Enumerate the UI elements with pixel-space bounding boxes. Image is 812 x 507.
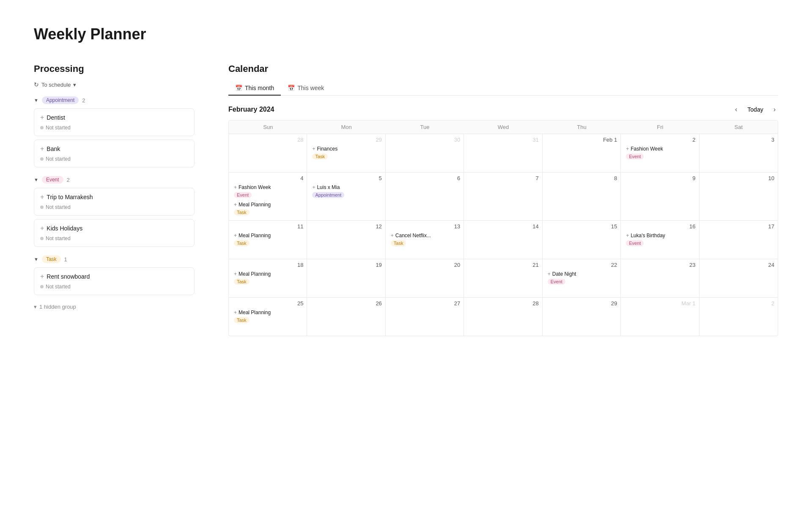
date-number: 19 <box>310 262 382 268</box>
calendar-cell[interactable]: 28 <box>464 298 542 336</box>
next-month-button[interactable]: › <box>771 104 778 115</box>
calendar-cell[interactable]: 2 + Fashion Week Event <box>621 134 699 172</box>
calendar-cell[interactable]: 9 <box>621 173 699 220</box>
chevron-down-icon-small: ▾ <box>34 304 37 310</box>
calendar-cell[interactable]: 25 + Meal Planning Task <box>229 298 307 336</box>
calendar-event[interactable]: + Meal Planning Task <box>231 200 304 217</box>
calendar-event[interactable]: + Finances Task <box>310 145 382 161</box>
calendar-cell[interactable]: Feb 1 <box>543 134 621 172</box>
calendar-event[interactable]: + Date Night Event <box>545 270 618 286</box>
calendar-cell[interactable]: 12 <box>307 221 385 259</box>
card-item-title: Dentist <box>47 114 65 121</box>
calendar-cell[interactable]: 23 <box>621 259 699 297</box>
group-header-task[interactable]: ▼ Task 1 <box>34 255 195 263</box>
status-badge: Not started <box>40 236 71 241</box>
date-number: 2 <box>623 137 696 143</box>
tab-this-month[interactable]: 📅 This month <box>228 81 281 96</box>
list-item[interactable]: + Dentist Not started <box>34 108 195 136</box>
calendar-cell[interactable]: 31 <box>464 134 542 172</box>
event-name: Meal Planning <box>239 233 271 238</box>
group-header-appointment[interactable]: ▼ Appointment 2 <box>34 96 195 104</box>
calendar-week: 25 + Meal Planning Task 26272829Mar 12 <box>229 298 778 336</box>
calendar-cell[interactable]: 7 <box>464 173 542 220</box>
today-button[interactable]: Today <box>743 104 767 115</box>
calendar-cell[interactable]: 17 <box>700 221 778 259</box>
date-number: 27 <box>388 300 461 307</box>
calendar-cell[interactable]: 29 <box>543 298 621 336</box>
add-icon: + <box>234 202 237 208</box>
calendar-cell[interactable]: 20 <box>386 259 464 297</box>
date-number: Mar 1 <box>623 300 696 307</box>
group-header-event[interactable]: ▼ Event 2 <box>34 176 195 184</box>
calendar-cell[interactable]: 2 <box>700 298 778 336</box>
calendar-cell[interactable]: Mar 1 <box>621 298 699 336</box>
calendar-cell[interactable]: 11 + Meal Planning Task <box>229 221 307 259</box>
calendar-event[interactable]: + Fashion Week Event <box>231 183 304 199</box>
page-container: Weekly Planner Processing ↻ To schedule … <box>0 0 812 362</box>
calendar-week-icon: 📅 <box>288 85 295 91</box>
calendar-weeks: 2829 + Finances Task 3031Feb 12 + Fashio… <box>229 134 778 336</box>
calendar-event[interactable]: + Cancel Netflix... Task <box>388 231 461 247</box>
calendar-cell[interactable]: 19 <box>307 259 385 297</box>
group-badge-appointment: Appointment <box>42 96 79 104</box>
calendar-day-label: Mon <box>307 121 385 134</box>
calendar-cell[interactable]: 14 <box>464 221 542 259</box>
calendar-cell[interactable]: 3 <box>700 134 778 172</box>
add-icon: + <box>40 114 44 121</box>
calendar-cell[interactable]: 24 <box>700 259 778 297</box>
add-icon: + <box>234 310 237 315</box>
date-number: 18 <box>231 262 304 268</box>
processing-panel: Processing ↻ To schedule ▾ ▼ Appointment… <box>34 63 195 310</box>
calendar-event[interactable]: + Luis x Mia Appointment <box>310 183 382 199</box>
card-item-title: Trip to Marrakesh <box>47 194 93 200</box>
calendar-cell[interactable]: 16 + Luka's Birthday Event <box>621 221 699 259</box>
event-name: Luka's Birthday <box>631 233 665 238</box>
calendar-cell[interactable]: 21 <box>464 259 542 297</box>
calendar-cell[interactable]: 13 + Cancel Netflix... Task <box>386 221 464 259</box>
hidden-group[interactable]: ▾ 1 hidden group <box>34 304 195 310</box>
status-dot <box>40 237 44 240</box>
status-badge: Not started <box>40 204 71 210</box>
calendar-event[interactable]: + Meal Planning Task <box>231 231 304 247</box>
list-item[interactable]: + Rent snowboard Not started <box>34 267 195 295</box>
calendar-cell[interactable]: 10 <box>700 173 778 220</box>
calendar-cell[interactable]: 26 <box>307 298 385 336</box>
calendar-cell[interactable]: 30 <box>386 134 464 172</box>
prev-month-button[interactable]: ‹ <box>732 104 740 115</box>
list-item[interactable]: + Kids Holidays Not started <box>34 219 195 247</box>
calendar-cell[interactable]: 8 <box>543 173 621 220</box>
calendar-cell[interactable]: 15 <box>543 221 621 259</box>
date-number: 25 <box>231 300 304 307</box>
date-number: 11 <box>231 223 304 230</box>
add-icon: + <box>40 225 44 232</box>
status-dot <box>40 285 44 288</box>
tab-this-week[interactable]: 📅 This week <box>281 81 331 96</box>
calendar-cell[interactable]: 18 + Meal Planning Task <box>229 259 307 297</box>
event-tag: Event <box>234 192 252 198</box>
calendar-week: 2829 + Finances Task 3031Feb 12 + Fashio… <box>229 134 778 173</box>
calendar-cell[interactable]: 6 <box>386 173 464 220</box>
calendar-event[interactable]: + Meal Planning Task <box>231 270 304 286</box>
calendar-day-label: Fri <box>621 121 699 134</box>
status-dot <box>40 126 44 129</box>
list-item[interactable]: + Bank Not started <box>34 140 195 167</box>
to-schedule-bar[interactable]: ↻ To schedule ▾ <box>34 81 195 88</box>
card-title: + Dentist <box>40 114 188 121</box>
list-item[interactable]: + Trip to Marrakesh Not started <box>34 188 195 216</box>
date-number: 28 <box>466 300 539 307</box>
calendar-event[interactable]: + Luka's Birthday Event <box>623 231 696 247</box>
calendar-cell[interactable]: 27 <box>386 298 464 336</box>
calendar-cell[interactable]: 4 + Fashion Week Event + Meal Planning T… <box>229 173 307 220</box>
calendar-event[interactable]: + Meal Planning Task <box>231 308 304 324</box>
calendar-cell[interactable]: 28 <box>229 134 307 172</box>
calendar-cell[interactable]: 22 + Date Night Event <box>543 259 621 297</box>
add-icon: + <box>548 271 551 277</box>
calendar-grid: SunMonTueWedThuFriSat 2829 + Finances Ta… <box>228 120 778 336</box>
calendar-cell[interactable]: 29 + Finances Task <box>307 134 385 172</box>
date-number: 21 <box>466 262 539 268</box>
calendar-cell[interactable]: 5 + Luis x Mia Appointment <box>307 173 385 220</box>
calendar-event[interactable]: + Fashion Week Event <box>623 145 696 161</box>
status-badge: Not started <box>40 284 71 290</box>
date-number: 14 <box>466 223 539 230</box>
calendar-icon: 📅 <box>235 85 242 91</box>
